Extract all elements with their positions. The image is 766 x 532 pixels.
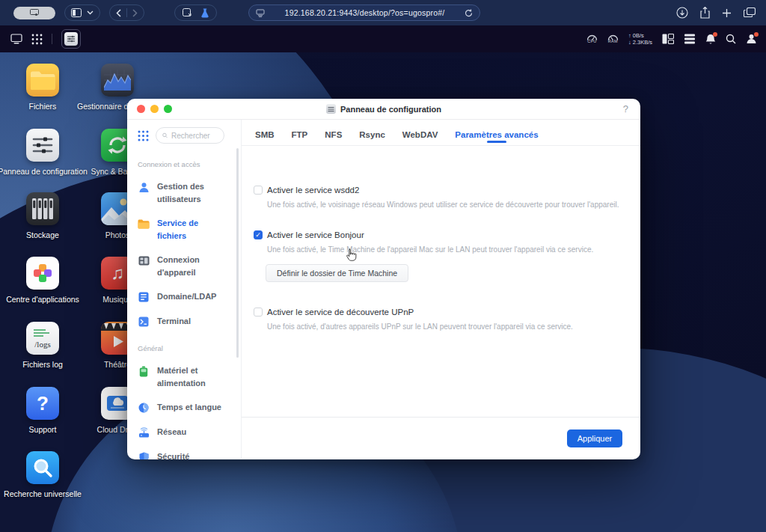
tab-rsync[interactable]: Rsync	[359, 130, 385, 145]
maximize-button[interactable]	[164, 105, 172, 113]
taskbar-app-control-panel[interactable]	[61, 29, 81, 49]
app-launcher-icon[interactable]	[31, 34, 43, 45]
category-grid-icon[interactable]	[138, 130, 149, 141]
search-icon[interactable]	[726, 34, 736, 44]
wsdd2-description: Une fois activé, le voisinage réseau Win…	[267, 201, 625, 209]
file-service-icon	[138, 218, 150, 230]
tab-ftp[interactable]: FTP	[292, 130, 308, 145]
apply-button[interactable]: Appliquer	[567, 429, 622, 447]
new-tab-icon[interactable]	[722, 8, 732, 18]
sidebar-search[interactable]	[156, 127, 224, 144]
desktop-icon-centre-applications[interactable]: Centre d'applications	[26, 257, 59, 305]
cpu-label: CPU	[587, 40, 597, 44]
window-sidebar: Connexion et accès Gestion des utilisate…	[127, 120, 242, 459]
flask-icon[interactable]	[201, 8, 209, 18]
traffic-lights	[137, 105, 172, 113]
control-panel-icon	[64, 32, 78, 46]
setting-upnp: Activer le service de découverte UPnP Un…	[254, 308, 625, 331]
user-badge	[754, 32, 759, 37]
tab-overview-icon[interactable]	[744, 7, 756, 18]
tab-smb[interactable]: SMB	[255, 130, 275, 145]
universal-search-icon	[26, 451, 59, 484]
domain-ldap-icon	[138, 291, 150, 303]
taskbar-divider	[52, 34, 52, 44]
desktop-icon-stockage[interactable]: Stockage	[26, 192, 59, 241]
show-desktop-icon[interactable]	[10, 34, 22, 44]
sidebar-item-reseau[interactable]: Réseau	[138, 426, 241, 438]
forward-icon[interactable]	[132, 9, 138, 17]
sidebar-item-terminal[interactable]: Terminal	[138, 315, 241, 328]
chevron-down-icon	[87, 10, 94, 15]
window-titlebar[interactable]: Panneau de configuration ?	[127, 99, 640, 120]
sidebar-item-securite[interactable]: Sécurité	[138, 450, 241, 459]
logs-icon: /logs	[26, 322, 59, 355]
tab-nfs[interactable]: NFS	[325, 130, 342, 145]
share-icon[interactable]	[700, 7, 710, 19]
user-menu-button[interactable]	[746, 34, 757, 44]
tab-parametres-avances[interactable]: Paramètres avancés	[455, 130, 538, 145]
extension-buttons	[174, 4, 217, 21]
back-icon[interactable]	[116, 9, 121, 17]
nav-buttons	[109, 4, 144, 21]
wsdd2-label: Activer le service wsdd2	[267, 186, 359, 195]
taskbar-left	[10, 29, 81, 49]
reload-icon[interactable]	[465, 9, 473, 17]
window-body: Connexion et accès Gestion des utilisate…	[127, 120, 640, 459]
desktop-icon-fichiers-log[interactable]: /logs Fichiers log	[26, 322, 59, 370]
ram-monitor[interactable]: RAM	[607, 34, 619, 44]
time-machine-folder-button[interactable]: Définir le dossier de Time Machine	[266, 264, 408, 282]
sidebar-top	[138, 127, 241, 144]
reader-icon[interactable]	[256, 9, 265, 17]
task-list-icon[interactable]	[684, 34, 696, 44]
minimize-button[interactable]	[150, 105, 159, 113]
sidebar-section-header: Connexion et accès	[138, 160, 241, 168]
network-icon	[138, 426, 150, 438]
sidebar-item-materiel-alimentation[interactable]: Matériel et alimentation	[138, 364, 241, 389]
window-title-area: Panneau de configuration	[127, 104, 640, 114]
close-button[interactable]	[137, 105, 145, 113]
browser-toolbar: 192.168.20.21:9443/desktop/?os=ugospro#/	[0, 0, 766, 25]
storage-icon	[26, 192, 59, 225]
notifications-button[interactable]	[705, 34, 716, 45]
desktop-icon-fichiers[interactable]: Fichiers	[26, 64, 59, 112]
bonjour-description: Une fois activé, le Time Machine de l'ap…	[267, 245, 625, 254]
wsdd2-checkbox[interactable]	[254, 186, 263, 195]
sidebar-section-header: Général	[138, 344, 241, 352]
folder-icon	[26, 64, 59, 97]
upnp-checkbox[interactable]	[254, 308, 263, 317]
tab-webdav[interactable]: WebDAV	[402, 130, 438, 145]
device-connect-icon	[138, 254, 150, 266]
sidebar-scrollbar[interactable]	[236, 148, 239, 358]
sidebar-toggle-group[interactable]	[64, 4, 100, 21]
desktop-icon-support[interactable]: ? Support	[26, 387, 59, 435]
window-footer: Appliquer	[242, 417, 640, 459]
address-bar[interactable]: 192.168.20.21:9443/desktop/?os=ugospro#/	[248, 4, 480, 21]
help-button[interactable]: ?	[623, 103, 628, 114]
nav-divider	[126, 8, 127, 17]
network-speed[interactable]: ↑ 0B/s ↓ 2.3KB/s	[628, 32, 652, 46]
window-title: Panneau de configuration	[340, 105, 441, 114]
sidebar-item-gestion-des-utilisateurs[interactable]: Gestion des utilisateurs	[138, 180, 241, 205]
logs-icon-text: /logs	[34, 340, 50, 349]
page-export-icon[interactable]	[183, 8, 192, 17]
desktop-icon-recherche-universelle[interactable]: Recherche universelle	[26, 451, 59, 500]
sidebar-item-connexion-appareil[interactable]: Connexion d'appareil	[138, 254, 241, 278]
downloads-icon[interactable]	[676, 7, 688, 19]
sidebar-item-service-de-fichiers[interactable]: Service de fichiers	[138, 217, 241, 242]
desktop-taskbar: CPU RAM ↑ 0B/s ↓ 2.3KB/s	[0, 25, 766, 52]
cpu-monitor[interactable]: CPU	[586, 34, 598, 44]
screen-share-button[interactable]	[13, 7, 55, 19]
bonjour-checkbox[interactable]: ✓	[254, 230, 263, 239]
widgets-icon[interactable]	[662, 34, 674, 44]
sidebar-item-temps-langue[interactable]: Temps et langue	[138, 401, 241, 414]
app-center-icon	[26, 257, 59, 290]
screen-icon	[30, 9, 39, 16]
upnp-label: Activer le service de découverte UPnP	[267, 308, 414, 317]
bonjour-label: Activer le service Bonjour	[267, 230, 364, 239]
notification-badge	[713, 32, 717, 37]
control-panel-window: Panneau de configuration ? Connexion et …	[127, 99, 640, 459]
search-input[interactable]	[171, 132, 218, 140]
desktop-icon-panneau-configuration[interactable]: Panneau de configuration	[26, 129, 59, 177]
sidebar-item-domaine-ldap[interactable]: Domaine/LDAP	[138, 290, 241, 303]
users-icon	[138, 181, 150, 193]
